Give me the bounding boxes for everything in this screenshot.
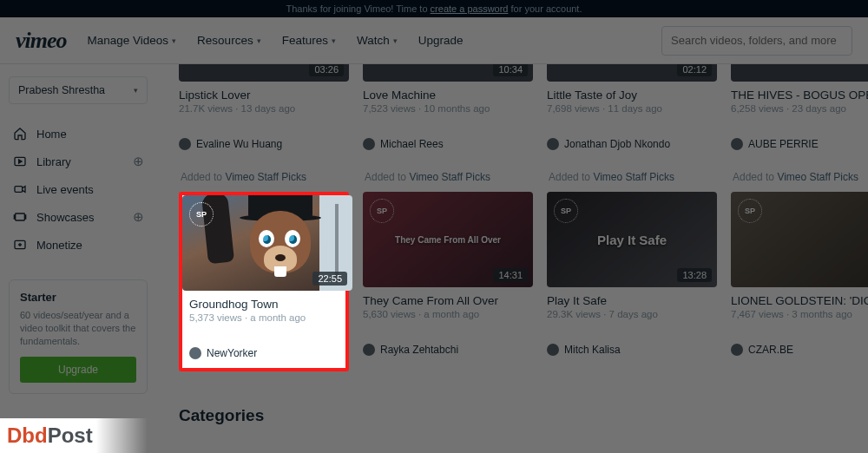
top-nav: vimeo Manage Videos▾ Resources▾ Features… [0,17,868,64]
user-name: Prabesh Shrestha [18,84,105,96]
staff-picks-link[interactable]: Vimeo Staff Picks [777,171,858,183]
video-title: Groundhog Town [182,298,345,311]
video-thumbnail[interactable]: SP 22:55 [182,195,352,291]
chevron-down-icon: ▾ [393,36,398,45]
starter-desc: 60 videos/seat/year and a video toolkit … [20,309,136,348]
video-card[interactable]: SPThey Came From All Over14:31 They Came… [363,192,533,371]
video-card-highlighted[interactable]: SP 22:55 Groundhog Town 5,373 views · a … [179,192,349,371]
video-title: They Came From All Over [363,294,533,307]
banner-pre: Thanks for joining Vimeo! Time to [286,3,431,14]
monetize-icon [12,237,28,253]
categories-heading: Categories [179,406,868,425]
duration-badge: 14:31 [493,268,528,282]
chevron-down-icon: ▾ [332,36,336,45]
video-meta: 5,373 views · a month ago [182,312,345,323]
staff-pick-badge-icon: SP [738,199,762,223]
video-title: Play It Safe [547,294,717,307]
video-card[interactable]: SPPlay It Safe13:28 Play It Safe 29.3K v… [547,192,717,371]
staff-picks-link[interactable]: Vimeo Staff Picks [593,171,674,183]
video-meta: 5,630 views · a month ago [363,309,533,319]
nav-features[interactable]: Features▾ [282,34,336,47]
video-meta: 7,698 views · 11 days ago [547,103,717,114]
video-thumbnail[interactable]: SP [731,192,868,287]
svg-rect-2 [16,213,25,220]
chevron-down-icon: ▾ [172,36,176,45]
avatar [731,344,743,356]
main-content: 03:26 Lipstick Lover 21.7K views · 13 da… [156,64,868,453]
user-selector[interactable]: Prabesh Shrestha ▾ [9,76,148,104]
video-card[interactable]: THE HIVES - BOGUS OPER 6,258 views · 23 … [731,64,868,150]
avatar [547,344,559,356]
staff-picks-link[interactable]: Vimeo Staff Picks [409,171,490,183]
vimeo-logo[interactable]: vimeo [16,28,67,54]
video-author[interactable]: AUBE PERRIE [731,138,868,150]
duration-badge: 03:26 [309,64,344,76]
video-meta: 7,523 views · 10 months ago [363,103,533,114]
video-author[interactable]: CZAR.BE [731,344,868,356]
library-icon [12,154,28,169]
top-banner: Thanks for joining Vimeo! Time to create… [0,0,868,17]
nav-watch[interactable]: Watch▾ [357,34,398,47]
sidebar-item-showcases[interactable]: Showcases⊕ [9,203,148,231]
staff-pick-badge-icon: SP [189,202,214,226]
sidebar-item-monetize[interactable]: Monetize [9,231,148,259]
video-meta: 29.3K views · 7 days ago [547,309,717,319]
duration-badge: 10:34 [493,64,528,76]
dbdpost-watermark: DbdPost [0,418,148,453]
added-to-label: Added to Vimeo Staff Picks [733,171,868,183]
video-author[interactable]: Rayka Zehtabchi [363,344,533,356]
duration-badge: 02:12 [677,64,712,76]
video-card[interactable]: SP LIONEL GOLDSTEIN: 'DICH 7,467 views ·… [731,192,868,371]
sidebar-item-library[interactable]: Library⊕ [9,148,148,175]
added-to-label: Added to Vimeo Staff Picks [365,171,533,183]
staff-picks-link[interactable]: Vimeo Staff Picks [225,171,306,183]
nav-resources[interactable]: Resources▾ [197,34,261,47]
nav-upgrade[interactable]: Upgrade [418,34,464,47]
camera-icon [12,181,28,197]
search-input[interactable] [661,26,852,56]
duration-badge: 22:55 [312,272,347,286]
video-author[interactable]: Jonathan Djob Nkondo [547,138,717,150]
video-author[interactable]: Mitch Kalisa [547,344,717,356]
video-thumbnail[interactable]: SPPlay It Safe13:28 [547,192,717,287]
video-title: THE HIVES - BOGUS OPER [731,89,868,102]
home-icon [12,126,28,141]
banner-link[interactable]: create a password [431,3,509,14]
video-author[interactable]: Michael Rees [363,138,533,150]
video-title: LIONEL GOLDSTEIN: 'DICH [731,294,868,307]
upgrade-button[interactable]: Upgrade [20,357,136,383]
plus-icon[interactable]: ⊕ [133,209,144,225]
avatar [547,138,559,150]
sidebar-item-live[interactable]: Live events [9,175,148,203]
avatar [179,138,191,150]
plus-icon[interactable]: ⊕ [133,154,144,169]
svg-rect-1 [15,187,23,193]
chevron-down-icon: ▾ [134,86,138,95]
video-title: Lipstick Lover [179,89,349,102]
added-to-label: Added to Vimeo Staff Picks [181,171,349,183]
video-author[interactable]: NewYorker [182,347,345,359]
avatar [189,347,201,359]
video-meta: 21.7K views · 13 days ago [179,103,349,114]
video-card[interactable]: 10:34 Love Machine 7,523 views · 10 mont… [363,64,533,150]
duration-badge: 13:28 [677,268,712,282]
video-meta: 6,258 views · 23 days ago [731,103,868,114]
chevron-down-icon: ▾ [257,36,261,45]
video-title: Little Taste of Joy [547,89,717,102]
video-thumbnail[interactable]: SPThey Came From All Over14:31 [363,192,533,287]
video-author[interactable]: Evaline Wu Huang [179,138,349,150]
added-to-label: Added to Vimeo Staff Picks [549,171,717,183]
nav-manage-videos[interactable]: Manage Videos▾ [88,34,177,47]
avatar [363,344,375,356]
video-card[interactable]: 02:12 Little Taste of Joy 7,698 views · … [547,64,717,150]
starter-card: Starter 60 videos/seat/year and a video … [9,279,148,394]
video-title: Love Machine [363,89,533,102]
avatar [363,138,375,150]
starter-title: Starter [20,291,136,304]
sidebar-item-home[interactable]: Home [9,120,148,148]
sidebar: Prabesh Shrestha ▾ Home Library⊕ Live ev… [0,64,156,453]
video-card[interactable]: 03:26 Lipstick Lover 21.7K views · 13 da… [179,64,349,150]
video-meta: 7,467 views · 3 months ago [731,309,868,319]
showcase-icon [12,209,28,225]
banner-post: for your account. [509,3,582,14]
